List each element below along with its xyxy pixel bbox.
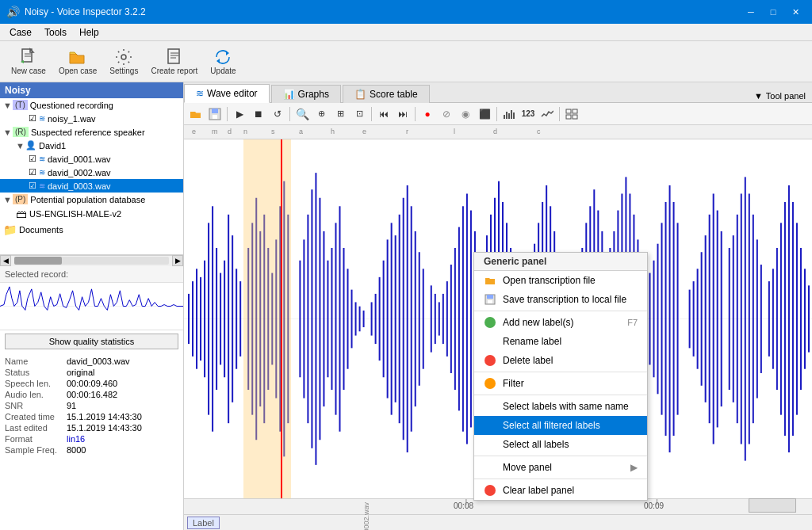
separator4 <box>415 107 416 121</box>
tab-wave-editor[interactable]: ≋ Wave editor <box>184 84 270 103</box>
select-filtered-item[interactable]: Select all filtered labels <box>474 416 647 435</box>
wave-tool3-button[interactable]: ⬛ <box>476 105 493 123</box>
menu-tools[interactable]: Tools <box>38 25 73 40</box>
sidebar-item-david0002[interactable]: ☑ ≋ david_0002.wav <box>0 166 183 179</box>
tool-panel-toggle[interactable]: ▼ Tool panel <box>748 90 812 102</box>
save-transcription-item[interactable]: Save transcription to local file <box>474 290 647 309</box>
score-table-tab-label: Score table <box>370 89 418 100</box>
sidebar-item-noisy1[interactable]: ☑ ≋ noisy_1.wav <box>0 112 183 125</box>
svg-rect-15 <box>212 109 218 113</box>
sidebar-item-documents[interactable]: 📁 Documents <box>0 222 183 238</box>
svg-rect-71 <box>375 294 377 344</box>
select-all-item[interactable]: Select all labels <box>474 435 647 454</box>
wave-play-button[interactable]: ▶ <box>231 105 248 123</box>
svg-rect-140 <box>673 202 675 436</box>
add-label-item[interactable]: Add new label(s) F7 <box>474 313 647 332</box>
prop-snr: SNR 91 <box>0 400 183 411</box>
new-case-button[interactable]: New case <box>6 44 51 78</box>
settings-label: Settings <box>109 67 138 75</box>
wave-expand-button[interactable] <box>563 105 580 123</box>
open-transcription-item[interactable]: Open transcription file <box>474 271 647 290</box>
svg-rect-41 <box>239 281 241 357</box>
svg-rect-158 <box>756 239 758 398</box>
sidebar-item-david0003[interactable]: ☑ ≋ david_0003.wav <box>0 179 183 193</box>
wave-zoom-in-button[interactable]: ⊕ <box>312 105 330 123</box>
wave-save-button[interactable] <box>206 105 224 123</box>
tab-score-table[interactable]: 📋 Score table <box>343 85 430 103</box>
wave-record-button[interactable]: ● <box>419 105 436 123</box>
maximize-button[interactable]: □ <box>763 4 783 20</box>
sidebar-item-us-english[interactable]: 🗃 US-ENGLISH-MALE-v2 <box>0 206 183 222</box>
delete-label-item[interactable]: Delete label <box>474 351 647 370</box>
wave-spectrum-button[interactable] <box>500 105 518 123</box>
horizontal-scrollbar[interactable]: ◀ ▶ <box>0 255 183 266</box>
scrollbar-thumb[interactable] <box>14 257 62 265</box>
filter-icon <box>484 377 496 390</box>
filter-item[interactable]: Filter <box>474 374 647 393</box>
tab-graphs[interactable]: 📊 Graphs <box>271 85 341 103</box>
scroll-left-button[interactable]: ◀ <box>0 255 11 266</box>
sidebar-item-david0001[interactable]: ☑ ≋ david_0001.wav <box>0 152 183 166</box>
wave-zoom-fit-button[interactable]: ⊞ <box>331 105 349 123</box>
wave-tool2-button[interactable]: ◉ <box>457 105 474 123</box>
svg-rect-67 <box>355 302 357 335</box>
sidebar-item-david1[interactable]: ▼ 👤 David1 <box>0 139 183 152</box>
sidebar-item-questioned-recording[interactable]: ▼ (T) Questioned recording <box>0 98 183 112</box>
svg-rect-148 <box>713 193 714 444</box>
update-button[interactable]: Update <box>205 44 240 78</box>
svg-marker-10 <box>226 51 229 55</box>
wave-prev-button[interactable]: ⏮ <box>375 105 393 123</box>
wave-number-button[interactable]: 123 <box>519 105 537 123</box>
scroll-right-button[interactable]: ▶ <box>172 255 183 266</box>
wave-next-button[interactable]: ⏭ <box>394 105 412 123</box>
menu-help[interactable]: Help <box>73 25 105 40</box>
tree-header: Noisy <box>0 82 183 98</box>
svg-rect-68 <box>359 307 361 332</box>
open-transcription-label: Open transcription file <box>503 275 638 286</box>
move-panel-icon <box>484 461 496 474</box>
svg-rect-153 <box>737 215 738 423</box>
wave-zoom-sel-button[interactable]: ⊡ <box>350 105 368 123</box>
separator3 <box>371 107 372 121</box>
sidebar-item-suspected-reference[interactable]: ▼ (R) Suspected reference speaker <box>0 125 183 139</box>
open-case-button[interactable]: Open case <box>54 44 102 78</box>
svg-rect-40 <box>236 269 237 368</box>
svg-rect-156 <box>749 193 750 444</box>
wave-tool1-button[interactable]: ⊘ <box>438 105 455 123</box>
settings-icon <box>114 48 133 67</box>
wave-stop-button[interactable]: ⏹ <box>250 105 267 123</box>
close-button[interactable]: ✕ <box>785 4 806 20</box>
create-report-button[interactable]: Create report <box>146 44 202 78</box>
svg-rect-6 <box>168 49 179 63</box>
svg-rect-134 <box>649 273 650 365</box>
svg-rect-79 <box>407 185 408 452</box>
svg-rect-91 <box>458 227 460 411</box>
clear-panel-item[interactable]: Clear label panel <box>474 481 647 500</box>
svg-rect-80 <box>411 206 412 431</box>
menu-case[interactable]: Case <box>3 25 38 40</box>
quality-statistics-button[interactable]: Show quality statistics <box>5 334 178 349</box>
svg-rect-164 <box>784 202 786 436</box>
wave-open-button[interactable] <box>187 105 205 123</box>
minimize-button[interactable]: ─ <box>741 4 761 20</box>
move-panel-label: Move panel <box>503 462 624 473</box>
time-ruler-bottom: 00:08 00:09 <box>184 498 812 514</box>
wave-zoom-out-button[interactable]: 🔍 <box>293 105 311 123</box>
bottom-right-marker <box>749 498 796 513</box>
svg-rect-35 <box>216 248 217 390</box>
sidebar-item-potential-population[interactable]: ▼ (P) Potential population database <box>0 193 183 206</box>
select-same-name-item[interactable]: Select labels with same name <box>474 397 647 416</box>
settings-button[interactable]: Settings <box>105 44 143 78</box>
wave-pitchtrack-button[interactable] <box>538 105 556 123</box>
svg-rect-155 <box>745 177 746 460</box>
svg-rect-154 <box>741 193 742 444</box>
folder-icon <box>484 274 496 287</box>
david1-label: David1 <box>39 141 180 151</box>
add-label-icon <box>484 316 496 329</box>
rename-label-item[interactable]: Rename label <box>474 332 647 351</box>
move-panel-item[interactable]: Move panel ▶ <box>474 458 647 477</box>
wave-loop-button[interactable]: ↺ <box>269 105 286 123</box>
save-transcription-label: Save transcription to local file <box>503 294 638 305</box>
svg-rect-20 <box>511 110 512 119</box>
wave-area[interactable]: e m d n s a h e r l d c <box>184 125 812 530</box>
